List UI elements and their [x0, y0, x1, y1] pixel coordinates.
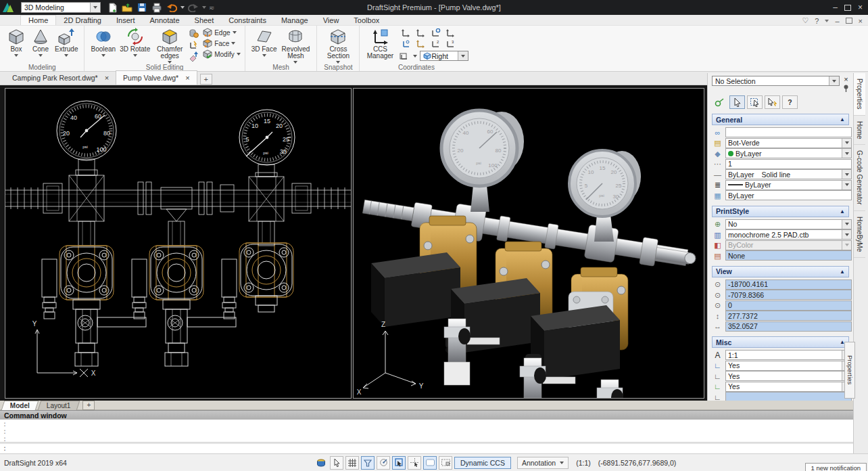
side-tab-gcode-generator[interactable]: G-code Generator	[854, 145, 865, 211]
side-tab-properties[interactable]: Properties	[854, 73, 865, 116]
view-center-x-field[interactable]: -18700.4161	[725, 279, 852, 290]
polar-toggle-button[interactable]	[377, 456, 390, 470]
view-center-z-field[interactable]: 0	[725, 300, 852, 311]
ccs-z-axis-icon[interactable]: 2	[431, 39, 441, 49]
printstyle-table-field[interactable]: monochrome 2.5 PAD.ctb	[725, 229, 852, 240]
tab-home[interactable]: Home	[20, 15, 56, 25]
line-scale-field[interactable]: 1	[725, 159, 852, 169]
help-button[interactable]: ?	[815, 17, 819, 25]
selection-selector[interactable]: No Selection	[712, 76, 840, 86]
tab-constraints[interactable]: Constraints	[221, 16, 274, 25]
panel-pin-icon[interactable]	[843, 85, 849, 92]
quick-select-button[interactable]	[765, 95, 780, 109]
layer-field[interactable]: Bot-Verde	[725, 138, 852, 148]
box-button[interactable]: Box	[4, 27, 28, 58]
section-header-general[interactable]: General ▲	[712, 114, 849, 125]
cone-button[interactable]: Cone	[28, 27, 53, 58]
boolean-button[interactable]: Boolean	[89, 27, 118, 58]
esnap-toggle-button[interactable]	[392, 456, 406, 470]
revolved-mesh-button[interactable]: Revolved Mesh	[279, 27, 312, 64]
tab-2d-drafting[interactable]: 2D Drafting	[56, 16, 109, 25]
tab-view[interactable]: View	[316, 16, 347, 25]
print-field[interactable]: No	[725, 219, 852, 229]
dynamic-ccs-button[interactable]: Dynamic CCS	[454, 457, 511, 469]
minimize-button[interactable]: –	[833, 3, 838, 12]
grid-toggle-button[interactable]	[345, 456, 359, 470]
dynamic-input-toggle-button[interactable]	[439, 456, 452, 470]
favorites-icon[interactable]: ♡	[802, 16, 809, 25]
ccs-previous-icon[interactable]	[416, 28, 426, 38]
help-dropdown[interactable]	[825, 20, 829, 22]
3d-face-button[interactable]: 3D Face	[249, 27, 279, 58]
customize-qat-icon[interactable]: ≂	[209, 4, 214, 12]
select-entities-button[interactable]	[729, 95, 745, 109]
sheet-tab-model[interactable]: Model	[1, 401, 39, 410]
edge-button[interactable]: Edge	[203, 27, 240, 38]
wireframe-viewport[interactable]: 20 40 60 80 100 psi 5 10 15 20	[5, 88, 352, 399]
snap-toggle-button[interactable]	[330, 456, 343, 470]
doc-restore-button[interactable]	[846, 18, 852, 24]
etrack-toggle-button[interactable]	[408, 456, 421, 470]
ccs-entity-icon[interactable]	[401, 39, 411, 49]
ccs-3point-icon[interactable]: 3	[445, 39, 456, 49]
notification-button[interactable]: 1 new notification	[805, 463, 867, 471]
cross-section-button[interactable]: Cross Section	[321, 27, 355, 64]
ccs-preset-selector[interactable]: Right	[420, 51, 468, 61]
hyperlink-field[interactable]	[725, 127, 852, 137]
select-boundary-button[interactable]	[747, 95, 763, 109]
tab-toolbox[interactable]: Toolbox	[346, 16, 387, 25]
close-button[interactable]: ×	[858, 3, 863, 12]
sheet-tab-layout1[interactable]: Layout1	[38, 401, 80, 410]
snap-settings-button[interactable]	[314, 456, 328, 470]
redo-button[interactable]	[187, 1, 199, 14]
new-sheet-button[interactable]: +	[82, 401, 95, 410]
modify-button[interactable]: Modify	[203, 49, 240, 60]
restore-button[interactable]	[844, 5, 851, 11]
view-width-field[interactable]: 352.0527	[725, 321, 852, 332]
ccs-manager-button[interactable]: CCS Manager	[364, 27, 396, 60]
close-tab-icon[interactable]: ×	[185, 74, 189, 82]
lineweight-toggle-button[interactable]	[423, 456, 437, 470]
command-input[interactable]: :	[0, 443, 853, 453]
panel-close-icon[interactable]: ×	[844, 76, 848, 83]
tab-manage[interactable]: Manage	[274, 16, 316, 25]
redo-dropdown[interactable]	[202, 6, 206, 9]
view-center-y-field[interactable]: -7079.8366	[725, 290, 852, 300]
ortho-toggle-button[interactable]	[361, 456, 375, 470]
view-height-field[interactable]: 277.7372	[725, 311, 852, 321]
section-header-misc[interactable]: Misc ▲	[712, 336, 849, 348]
tab-insert[interactable]: Insert	[109, 16, 143, 25]
collapse-icon[interactable]: ▲	[840, 116, 845, 122]
ccs-view-icon[interactable]	[399, 51, 410, 61]
save-button[interactable]	[136, 1, 148, 14]
ccs-icon-field[interactable]: Yes	[725, 361, 852, 371]
document-tab-pump-valve[interactable]: Pump Valve.dwg* ×	[116, 70, 197, 85]
ccs-viewport-field[interactable]: Yes	[725, 382, 852, 392]
collapse-icon[interactable]: ▲	[840, 269, 845, 275]
new-document-tab-button[interactable]: +	[200, 74, 212, 85]
tab-sheet[interactable]: Sheet	[187, 16, 222, 25]
printstyle-override-field[interactable]: None	[725, 250, 852, 261]
properties-help-button[interactable]: ?	[782, 95, 798, 109]
ccs-face-icon[interactable]	[416, 39, 426, 49]
transparency-field[interactable]: ByLayer	[725, 190, 852, 200]
chamfer-edges-button[interactable]: Chamfer edges	[152, 27, 187, 64]
workspace-selector[interactable]: 3D Modeling	[21, 2, 101, 13]
line-weight-field[interactable]: ByLayer	[725, 180, 852, 190]
check-interference-icon[interactable]	[189, 40, 199, 50]
side-tab-home[interactable]: Home	[854, 116, 865, 145]
collapse-icon[interactable]: ▲	[840, 208, 845, 215]
close-tab-icon[interactable]: ×	[105, 74, 109, 82]
line-style-field[interactable]: ByLayerSolid line	[725, 169, 852, 179]
doc-close-button[interactable]: ×	[859, 17, 863, 25]
section-header-printstyle[interactable]: PrintStyle ▲	[712, 206, 849, 217]
doc-minimize-button[interactable]: –	[835, 17, 839, 25]
new-file-button[interactable]	[106, 1, 118, 14]
annotation-scale-field[interactable]: 1:1	[725, 350, 852, 360]
section-header-view[interactable]: View ▲	[712, 266, 849, 277]
face-button[interactable]: Face	[203, 38, 240, 49]
print-button[interactable]	[151, 1, 163, 14]
undo-button[interactable]	[166, 1, 178, 14]
intersect-solids-icon[interactable]	[189, 28, 199, 39]
extrude-button[interactable]: Extrude	[53, 27, 80, 58]
